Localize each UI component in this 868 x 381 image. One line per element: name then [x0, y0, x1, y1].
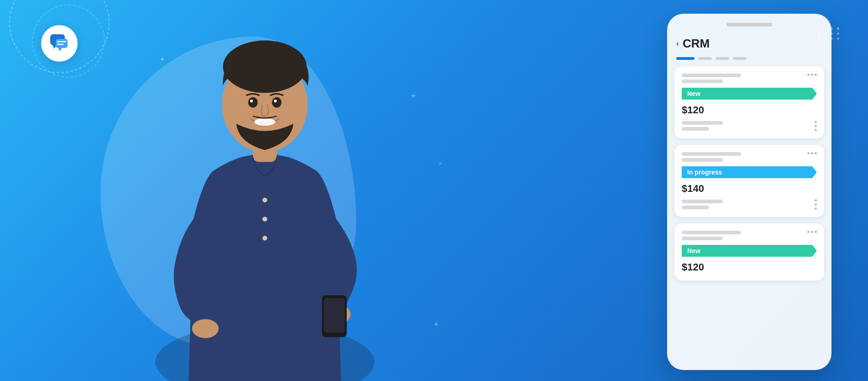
svg-point-18 — [248, 97, 258, 108]
crm-card-2: In progress $140 — [674, 145, 824, 217]
card-1-menu-dot-3 — [815, 74, 817, 76]
card-2-footer-line-1 — [682, 200, 723, 203]
svg-point-15 — [263, 217, 267, 221]
card-3-menu[interactable] — [807, 231, 817, 233]
card-1-menu-dot-2 — [811, 74, 813, 76]
svg-marker-3 — [58, 48, 62, 52]
chat-bubble-icon — [49, 33, 69, 53]
card-2-footer-lines — [682, 200, 723, 209]
crm-card-3: New $120 — [674, 223, 824, 280]
svg-point-16 — [263, 236, 267, 240]
card-2-footer-dots — [815, 199, 817, 210]
card-1-footer-lines — [682, 121, 723, 131]
card-2-footer-line-2 — [682, 206, 709, 209]
phone-ui-panel: ‹ CRM New $120 — [667, 14, 831, 370]
card-1-footer-line-1 — [682, 121, 723, 125]
deco-x-1: × — [438, 160, 442, 167]
card-1-line-1 — [682, 74, 741, 77]
svg-point-17 — [254, 118, 275, 126]
svg-point-14 — [263, 198, 267, 202]
card-3-header — [682, 231, 817, 240]
phone-header: ‹ CRM — [674, 37, 824, 51]
card-1-footer-dots — [815, 121, 817, 131]
phone-tab-4[interactable] — [733, 57, 747, 60]
back-arrow-icon[interactable]: ‹ — [676, 39, 679, 48]
svg-rect-12 — [324, 298, 345, 333]
card-3-price: $120 — [682, 261, 817, 273]
card-2-status-badge: In progress — [682, 166, 817, 178]
card-1-title-lines — [682, 74, 741, 83]
card-2-menu-dot-1 — [807, 152, 810, 154]
svg-point-19 — [272, 97, 282, 108]
svg-point-21 — [274, 100, 277, 102]
card-3-line-2 — [682, 237, 723, 240]
card-1-footer-dot-1 — [815, 121, 817, 123]
crm-card-1: New $120 — [674, 66, 824, 138]
card-1-footer-dot-2 — [815, 125, 817, 127]
logo-circle — [41, 25, 78, 62]
card-3-status-badge: New — [682, 245, 817, 257]
phone-notch — [726, 23, 772, 26]
phone-tab-1[interactable] — [676, 57, 694, 60]
card-1-footer-line-2 — [682, 127, 709, 131]
card-1-menu[interactable] — [807, 74, 817, 76]
card-2-footer-dot-3 — [815, 207, 817, 210]
card-2-menu[interactable] — [807, 152, 817, 154]
svg-rect-2 — [56, 39, 68, 48]
card-2-title-lines — [682, 152, 741, 162]
card-1-price: $120 — [682, 104, 817, 116]
phone-crm-title: CRM — [683, 37, 710, 51]
card-1-footer-dot-3 — [815, 129, 817, 131]
phone-tab-2[interactable] — [698, 57, 712, 60]
person-image — [91, 0, 438, 381]
card-1-status-badge: New — [682, 88, 817, 100]
card-1-header — [682, 74, 817, 83]
card-3-line-1 — [682, 231, 741, 234]
card-2-menu-dot-3 — [815, 152, 817, 154]
card-1-footer — [682, 121, 817, 131]
card-3-menu-dot-1 — [807, 231, 810, 233]
card-2-footer-dot-1 — [815, 199, 817, 201]
background: + + + × × — [0, 0, 868, 381]
card-3-menu-dot-2 — [811, 231, 813, 233]
phone-tab-bar — [674, 57, 824, 60]
card-2-line-1 — [682, 152, 741, 156]
card-3-title-lines — [682, 231, 741, 240]
card-3-menu-dot-3 — [815, 231, 817, 233]
card-2-header — [682, 152, 817, 162]
card-2-line-2 — [682, 158, 723, 162]
card-1-line-2 — [682, 79, 723, 83]
svg-point-13 — [192, 319, 218, 338]
card-2-menu-dot-2 — [811, 152, 813, 154]
card-2-footer — [682, 199, 817, 210]
card-2-footer-dot-2 — [815, 203, 817, 206]
phone-tab-3[interactable] — [715, 57, 729, 60]
card-1-menu-dot-1 — [807, 74, 810, 76]
card-2-price: $140 — [682, 183, 817, 195]
svg-point-20 — [250, 100, 253, 102]
